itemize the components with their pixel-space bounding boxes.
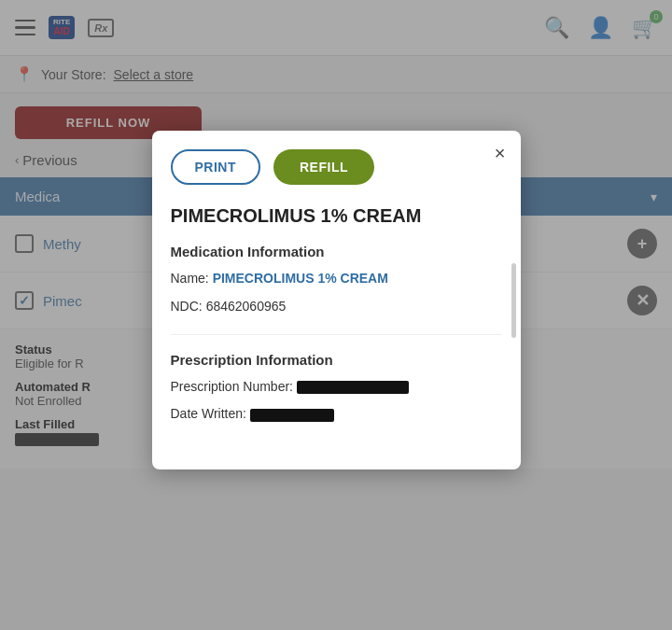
modal-close-button[interactable]: × <box>495 144 506 162</box>
refill-button[interactable]: REFILL <box>273 149 374 185</box>
medication-info-section: Medication Information <box>152 240 521 265</box>
prescription-info-section: Prescription Information <box>152 348 521 373</box>
medication-detail-modal: × PRINT REFILL PIMECROLIMUS 1% CREAM Med… <box>152 131 521 469</box>
ndc-value: 68462060965 <box>206 299 287 314</box>
modal-overlay: × PRINT REFILL PIMECROLIMUS 1% CREAM Med… <box>0 0 672 630</box>
divider <box>171 334 502 335</box>
drug-title: PIMECROLIMUS 1% CREAM <box>152 198 521 240</box>
date-written-row: Date Written: <box>152 400 521 428</box>
name-value: PIMECROLIMUS 1% CREAM <box>213 271 388 286</box>
rx-number-label: Prescription Number: <box>171 379 294 394</box>
rx-number-row: Prescription Number: <box>152 373 521 401</box>
date-written-redacted <box>250 409 334 422</box>
name-label: Name: <box>171 271 209 286</box>
ndc-label: NDC: <box>171 299 203 314</box>
scrollbar[interactable] <box>511 263 516 338</box>
modal-action-bar: PRINT REFILL <box>152 131 521 198</box>
rx-number-redacted <box>297 381 409 394</box>
medication-name-row: Name: PIMECROLIMUS 1% CREAM <box>152 265 521 293</box>
ndc-row: NDC: 68462060965 <box>152 293 521 321</box>
date-written-label: Date Written: <box>171 406 246 421</box>
print-button[interactable]: PRINT <box>171 149 261 185</box>
